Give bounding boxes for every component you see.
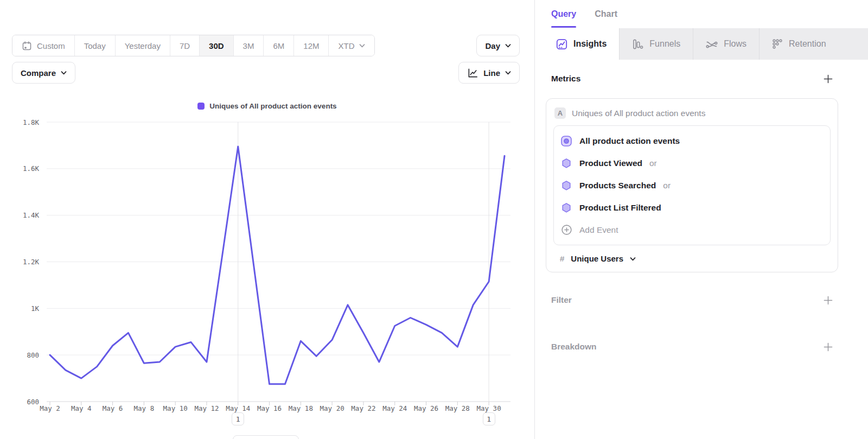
number-icon: #	[560, 254, 564, 263]
flows-icon	[706, 38, 718, 50]
retention-icon	[772, 39, 783, 49]
breakdown-section: Breakdown	[546, 342, 838, 352]
report-tab-insights[interactable]: Insights	[544, 28, 619, 60]
event-row[interactable]: Product Viewedor	[560, 152, 824, 174]
x-axis-label: May 30	[477, 404, 501, 412]
hexagon-icon	[560, 157, 572, 169]
event-name: All product action events	[579, 136, 680, 146]
event-name: Product List Filtered	[579, 203, 661, 213]
insights-icon	[556, 39, 567, 50]
query-panel: Query Chart Insights Funnels Flows Reten…	[534, 0, 868, 439]
panel-header: Query Chart	[535, 0, 868, 28]
tab-query[interactable]: Query	[551, 0, 576, 28]
breakdown-title: Breakdown	[551, 342, 597, 352]
report-tab-label: Funnels	[649, 39, 680, 49]
x-axis-label: May 16	[257, 404, 282, 412]
event-row[interactable]: All product action events	[560, 130, 824, 152]
event-list: All product action events Product Viewed…	[553, 125, 831, 245]
event-operator: or	[663, 181, 671, 190]
report-tab-label: Insights	[573, 39, 607, 49]
x-axis-label: May 20	[320, 404, 344, 412]
funnels-icon	[632, 39, 643, 50]
y-axis-label: 1.8K	[23, 118, 40, 126]
x-axis-label: May 14	[226, 404, 250, 412]
report-tab-label: Flows	[724, 39, 746, 49]
chart-pane: CustomTodayYesterday7D30D3M6M12MXTD Day …	[0, 0, 534, 439]
metric-series-row[interactable]: A Uniques of All product action events	[553, 105, 831, 125]
event-name: Product Viewed	[579, 158, 642, 168]
filter-section: Filter	[546, 295, 838, 305]
event-row[interactable]: Product List Filtered	[560, 196, 824, 219]
x-axis-label: May 8	[134, 404, 155, 412]
event-operator: or	[649, 158, 657, 168]
add-metric-button[interactable]	[824, 74, 833, 84]
x-axis-label: May 4	[71, 404, 92, 412]
y-axis-label: 1.4K	[23, 211, 40, 219]
hexagon-icon	[560, 180, 572, 192]
metrics-title: Metrics	[551, 74, 580, 84]
metric-card: A Uniques of All product action events A…	[546, 98, 838, 272]
x-axis-label: May 2	[40, 404, 60, 412]
aggregation-selector[interactable]: # Unique Users	[553, 245, 831, 269]
chevron-down-icon	[630, 253, 636, 263]
tab-chart[interactable]: Chart	[595, 0, 617, 28]
x-axis-label: May 6	[103, 404, 123, 412]
x-axis-label: May 26	[414, 404, 438, 412]
y-axis-label: 1.6K	[23, 164, 40, 173]
event-name: Products Searched	[579, 181, 656, 190]
panel-body: Metrics A Uniques of All product action …	[535, 74, 868, 352]
add-event-label: Add Event	[579, 225, 618, 235]
x-axis-label: May 22	[351, 404, 375, 412]
hexagon-icon	[560, 202, 572, 214]
tab-query-label: Query	[551, 9, 576, 19]
report-type-tabs: Insights Funnels Flows Retention	[535, 28, 868, 60]
y-axis-label: 1.2K	[23, 258, 40, 266]
aggregation-label: Unique Users	[571, 254, 623, 263]
x-axis-label: May 28	[445, 404, 470, 412]
x-axis-label: May 24	[382, 404, 407, 412]
report-tab-funnels[interactable]: Funnels	[619, 28, 693, 60]
y-axis-label: 600	[27, 398, 39, 406]
annotation-marker[interactable]: 1	[483, 412, 495, 425]
x-axis-label: May 10	[163, 404, 188, 412]
query-sections: Filter Breakdown	[546, 295, 838, 352]
series-title: Uniques of All product action events	[572, 109, 705, 118]
report-tab-label: Retention	[789, 39, 826, 49]
annotation-marker[interactable]: 1	[232, 412, 244, 425]
x-axis-label: May 18	[289, 404, 313, 412]
report-tab-retention[interactable]: Retention	[759, 28, 868, 60]
y-axis-label: 1K	[31, 304, 40, 313]
line-chart-canvas[interactable]: 1.8K1.6K1.4K1.2K1K800600May 2May 4May 6M…	[0, 0, 534, 439]
filter-title: Filter	[551, 295, 572, 305]
analytics-app: CustomTodayYesterday7D30D3M6M12MXTD Day …	[0, 0, 868, 439]
tab-chart-label: Chart	[595, 9, 617, 19]
add-circle-icon	[560, 224, 572, 236]
active-tab-underline	[551, 26, 576, 28]
report-tab-flows[interactable]: Flows	[693, 28, 759, 60]
add-event-button[interactable]: Add Event	[560, 219, 824, 241]
custom-event-icon	[560, 135, 572, 147]
event-row[interactable]: Products Searchedor	[560, 174, 824, 196]
partial-bottom-panel[interactable]	[233, 435, 299, 439]
x-axis-label: May 12	[194, 404, 219, 412]
metrics-header: Metrics	[546, 74, 838, 84]
series-line	[50, 147, 505, 384]
add-breakdown-button[interactable]	[824, 342, 833, 352]
add-filter-button[interactable]	[824, 296, 833, 305]
series-badge: A	[554, 107, 566, 119]
y-axis-label: 800	[27, 351, 39, 359]
